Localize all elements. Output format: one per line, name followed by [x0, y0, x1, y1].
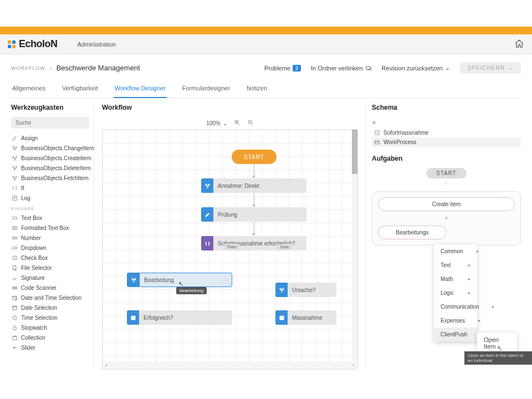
zoom-in-button[interactable] — [234, 119, 241, 127]
workflow-start-node[interactable]: START — [232, 150, 277, 164]
zoom-select[interactable]: 100% ⌄ — [206, 120, 227, 126]
tool-dropdown[interactable]: Dropdown — [11, 243, 89, 253]
ctx-logic[interactable]: Logic▸ — [434, 286, 477, 300]
ctx-communication[interactable]: Communication▸ — [434, 300, 477, 314]
tool-date-selection[interactable]: Date Selection — [11, 303, 89, 313]
task-create-item[interactable]: Create item — [378, 197, 515, 211]
task-start-node[interactable]: START — [426, 168, 467, 178]
task-add-button[interactable]: + — [378, 214, 515, 222]
svg-point-2 — [16, 146, 17, 147]
ctx-text[interactable]: Text▸ — [434, 258, 477, 272]
svg-point-32 — [131, 278, 132, 279]
workflow-node-massnahme[interactable]: Massnahme — [275, 310, 336, 325]
flow-icon — [275, 283, 288, 297]
link-folder-action[interactable]: In Ordner verlinken — [311, 65, 372, 71]
schema-add-button[interactable]: + — [372, 117, 521, 128]
svg-rect-0 — [366, 66, 370, 69]
ctx-clientpush[interactable]: ClientPush▸ — [434, 328, 477, 341]
chevron-right-icon: ▸ — [477, 249, 479, 254]
tool-signature[interactable]: Signature — [11, 273, 89, 283]
horizontal-scrollbar[interactable]: ‹› — [103, 361, 357, 369]
svg-rect-19 — [13, 265, 16, 269]
svg-point-31 — [207, 187, 208, 188]
chevron-right-icon: ▸ — [492, 304, 494, 309]
schema-item-workprocess[interactable]: WorkProcess — [372, 137, 521, 147]
braces-icon — [201, 236, 213, 250]
workflow-node-erfolgreich[interactable]: Erfolgreich? — [127, 310, 232, 325]
ctx-common[interactable]: Common▸ — [434, 244, 477, 258]
workflow-node-ursache[interactable]: Ursache? — [275, 283, 336, 297]
braces-icon — [11, 185, 18, 191]
tab-verfügbarkeit[interactable]: Verfügbarkeit — [61, 81, 99, 98]
ctx-expenses[interactable]: Expenses▸ — [434, 314, 477, 328]
context-menu[interactable]: Common▸Text▸Math▸Logic▸Communication▸Exp… — [434, 244, 477, 341]
chevron-right-icon: ▸ — [468, 263, 470, 268]
tab-allgemeines[interactable]: Allgemeines — [11, 81, 47, 98]
else-label: Else — [277, 244, 293, 250]
scrollbar-thumb[interactable] — [352, 130, 357, 174]
tab-notizen[interactable]: Notizen — [245, 81, 268, 98]
problems-link[interactable]: Probleme 2 — [264, 65, 301, 71]
svg-point-9 — [14, 169, 15, 170]
flow-icon — [127, 273, 140, 287]
svg-point-6 — [14, 159, 15, 160]
workflow-node-pruefung[interactable]: Prüfung — [201, 207, 306, 222]
save-button[interactable]: SPEICHERN ⌄ — [460, 62, 521, 74]
svg-point-11 — [16, 176, 17, 177]
workflow-title: Workflow — [102, 104, 358, 111]
checkbox-icon — [11, 254, 18, 261]
toolbox-search-input[interactable] — [11, 117, 89, 129]
tool-file-selector[interactable]: File Selector — [11, 263, 89, 273]
svg-rect-38 — [131, 316, 135, 320]
tool-code-scanner[interactable]: Code Scanner — [11, 283, 89, 293]
zoom-out-button[interactable] — [247, 119, 254, 127]
tool-text-box[interactable]: Text Box — [11, 213, 89, 223]
tool-time-selection[interactable]: Time Selection — [11, 313, 89, 323]
brand-logo[interactable]: EcholoN — [8, 38, 58, 50]
calendar-icon — [127, 310, 139, 325]
breadcrumb-root[interactable]: WORKFLOW — [11, 65, 45, 71]
tool-businessobjects-createitem[interactable]: BusinessObjects.CreateItem — [11, 153, 89, 163]
scroll-right-icon[interactable]: › — [350, 362, 357, 368]
svg-rect-18 — [13, 256, 16, 259]
svg-point-30 — [208, 183, 209, 185]
date-icon — [11, 304, 18, 311]
svg-rect-40 — [375, 131, 379, 135]
admin-link[interactable]: Administration — [78, 41, 116, 48]
then-label: Then — [223, 244, 240, 250]
revision-reset-action[interactable]: Revision zurücksetzen ⌄ — [382, 64, 450, 71]
ctx-math[interactable]: Math▸ — [434, 272, 477, 286]
home-icon[interactable] — [514, 39, 524, 50]
vertical-scrollbar[interactable] — [352, 130, 357, 361]
tool-stopwatch[interactable]: Stopwatch — [11, 323, 89, 332]
workflow-canvas[interactable]: START Annahme: Direkt Prüfung Sofortmass… — [102, 129, 358, 370]
tool-slider[interactable]: Slider — [11, 342, 89, 352]
tool-date-and-time-selection[interactable]: Date and Time Selection — [11, 293, 89, 303]
task-bearbeitungs[interactable]: Bearbeitungs — [378, 226, 447, 239]
file-icon — [11, 264, 18, 271]
svg-rect-16 — [12, 237, 17, 239]
schema-item-sofortmassnahme[interactable]: Sofortmassnahme — [372, 128, 521, 137]
tool-check-box[interactable]: Check Box — [11, 253, 89, 263]
tab-workflow-designer[interactable]: Workflow Designer — [114, 81, 167, 98]
scroll-left-icon[interactable]: ‹ — [103, 362, 110, 368]
tool-number[interactable]: Number — [11, 233, 89, 243]
tool-businessobjects-deleteitem[interactable]: BusinessObjects.DeleteItem — [11, 163, 89, 173]
tool-if[interactable]: If — [11, 183, 89, 193]
breadcrumb: WORKFLOW › Beschwerde Management Problem… — [11, 54, 521, 79]
tool-businessobjects-changeitem[interactable]: BusinessObjects.ChangeItem — [11, 143, 89, 153]
tab-formulardesigner[interactable]: Formulardesigner — [181, 81, 231, 98]
calendar-icon — [275, 310, 288, 325]
tool-log[interactable]: Log — [11, 193, 89, 203]
node-more-icon[interactable]: ⋯ — [219, 277, 232, 283]
logo-icon — [8, 40, 16, 48]
tool-formatted-text-box[interactable]: Formatted Text Box — [11, 223, 89, 233]
brand-accent-bar — [0, 27, 532, 34]
workflow-node-annahme[interactable]: Annahme: Direkt — [201, 178, 306, 193]
svg-rect-13 — [12, 196, 16, 200]
datetime-icon — [11, 294, 18, 301]
tool-businessobjects-fetchitem[interactable]: BusinessObjects.FetchItem — [11, 173, 89, 183]
tool-assign[interactable]: Assign — [11, 133, 89, 143]
tool-collection[interactable]: Collection — [11, 332, 89, 342]
svg-point-3 — [14, 149, 15, 150]
